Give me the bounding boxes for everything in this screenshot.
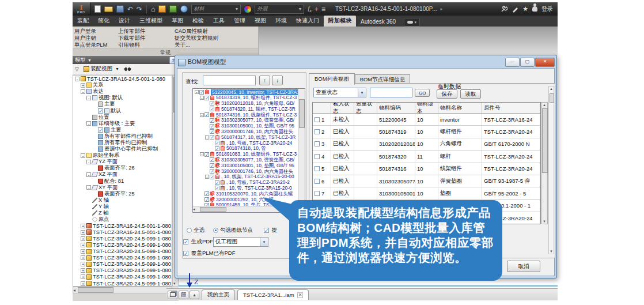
- dialog-title-bar[interactable]: BOM视图模型 — ▢ ✕: [177, 57, 555, 68]
- column-header[interactable]: 查重状态: [354, 103, 377, 113]
- checkbox-icon[interactable]: ✓: [204, 197, 209, 202]
- row-select-cell[interactable]: 3: [313, 138, 331, 150]
- model-tree-row[interactable]: Y 轴: [73, 204, 172, 210]
- expand-icon[interactable]: +: [81, 230, 85, 235]
- save-button[interactable]: 保存: [437, 89, 457, 99]
- scrollbar-thumb[interactable]: [78, 287, 113, 293]
- pencil-icon[interactable]: [512, 6, 518, 13]
- model-tree-row[interactable]: +TST-LCZ-3RA20-24.5-099-1-0801(: [73, 268, 172, 274]
- ribbon-tab-设计[interactable]: 设计: [114, 16, 135, 27]
- checkbox-generate-pdf[interactable]: ✓ 生成PDF: [183, 238, 213, 246]
- expand-icon[interactable]: +: [81, 281, 85, 286]
- collapse-icon[interactable]: -: [81, 153, 85, 158]
- dup-status-combo[interactable]: 查重状态 ▼: [313, 88, 366, 97]
- scroll-down-icon[interactable]: ▼: [549, 250, 554, 253]
- material-combo[interactable]: 材料 ▼: [191, 5, 241, 14]
- pdf-scope-combo[interactable]: 仅工程图 ▼: [213, 237, 268, 247]
- ribbon-tab-工具[interactable]: 工具: [209, 16, 229, 27]
- save-icon[interactable]: [116, 5, 124, 13]
- globe-icon[interactable]: [180, 5, 188, 13]
- expand-icon[interactable]: +: [81, 274, 85, 279]
- row-checkbox[interactable]: [315, 129, 320, 134]
- checkbox-icon[interactable]: ✓: [210, 175, 214, 179]
- scrollbar-thumb[interactable]: [200, 207, 226, 212]
- checkbox-icon[interactable]: ✓: [204, 112, 209, 117]
- cloud-menu-button[interactable]: ▾: [404, 18, 420, 27]
- ribbon-tab-简化[interactable]: 简化: [93, 16, 114, 27]
- find-prev-button[interactable]: ↑: [259, 76, 270, 85]
- collapse-icon[interactable]: -: [205, 135, 209, 140]
- expand-icon[interactable]: +: [81, 262, 85, 266]
- collapse-icon[interactable]: -: [86, 160, 91, 164]
- column-header[interactable]: 原件号: [482, 103, 540, 113]
- collapse-icon[interactable]: -: [200, 113, 204, 117]
- column-header[interactable]: 检入状态: [331, 103, 354, 113]
- collapse-icon[interactable]: -: [200, 96, 204, 100]
- undo-icon[interactable]: ↶: [127, 6, 133, 12]
- checkbox-icon[interactable]: ✓: [210, 135, 214, 140]
- favorites-star-icon[interactable]: ★: [522, 5, 528, 13]
- column-header[interactable]: 物料名称: [438, 103, 482, 113]
- model-tree-row[interactable]: +TST-LCZ-3RA20-24.5-099-1-0801(: [73, 248, 172, 255]
- find-binoculars-icon[interactable]: [124, 67, 131, 71]
- row-checkbox[interactable]: [315, 179, 320, 184]
- collapse-icon[interactable]: -: [200, 152, 204, 156]
- model-tree-row[interactable]: -详细等级 : 主要: [73, 121, 172, 127]
- browser-hscrollbar[interactable]: ◂ ▸: [73, 287, 172, 293]
- collapse-icon[interactable]: -: [86, 185, 91, 190]
- expand-icon[interactable]: +: [81, 249, 85, 254]
- model-tree-row[interactable]: 配合: 81: [73, 178, 172, 184]
- go-button[interactable]: GO: [415, 89, 430, 97]
- checkbox-icon[interactable]: ✓: [210, 129, 214, 134]
- ribbon-tab-环境[interactable]: 环境: [271, 16, 291, 27]
- row-select-cell[interactable]: 2: [313, 126, 331, 137]
- browser-header[interactable]: 模型 ▼ ?: [73, 56, 179, 64]
- open-file-icon[interactable]: [104, 6, 113, 12]
- collapse-icon[interactable]: -: [86, 172, 91, 177]
- close-button[interactable]: ✕: [535, 58, 555, 67]
- browser-view-combo[interactable]: 装配视图 ▼: [81, 64, 122, 74]
- tab-home-page[interactable]: 我的主页: [202, 289, 235, 300]
- collapse-icon[interactable]: -: [205, 175, 209, 179]
- collapse-icon[interactable]: -: [75, 77, 79, 81]
- collapse-icon[interactable]: -: [195, 90, 199, 94]
- ribbon-tab-快速入门[interactable]: 快速入门: [291, 16, 324, 27]
- tile-windows-button[interactable]: [179, 291, 188, 299]
- render-icon[interactable]: [158, 5, 166, 13]
- checkbox-icon[interactable]: ✓: [210, 163, 214, 168]
- checkbox-icon[interactable]: ✓: [98, 108, 103, 114]
- menu-item[interactable]: 引用物料: [118, 42, 171, 48]
- model-tree-row[interactable]: X 轴: [73, 197, 172, 204]
- close-tab-icon[interactable]: ✕: [297, 292, 304, 298]
- table-row[interactable]: 2已检入50187431910螺杆组件TST-LCZ-3RA20-24: [313, 126, 540, 138]
- model-tree-row[interactable]: 原点: [73, 216, 172, 223]
- scroll-up-icon[interactable]: ▲: [542, 103, 547, 107]
- model-tree-row[interactable]: 资源中心零件均已抑制: [73, 146, 172, 152]
- component-icon[interactable]: [169, 5, 177, 13]
- row-checkbox[interactable]: [315, 166, 320, 171]
- expand-taskbar-button[interactable]: ▴: [190, 291, 199, 299]
- row-checkbox[interactable]: [315, 191, 320, 196]
- scroll-down-icon[interactable]: ▾: [173, 281, 176, 286]
- pane-vscrollbar[interactable]: ▲ ▼: [548, 86, 554, 254]
- row-checkbox[interactable]: [315, 117, 320, 122]
- home-icon[interactable]: ⌂: [151, 5, 155, 13]
- user-icon[interactable]: [532, 6, 537, 12]
- model-tree-row[interactable]: +TST-LCZ-3RA20-24.5-099-1-0801(: [73, 274, 172, 280]
- find-next-button[interactable]: ↓: [272, 76, 283, 85]
- column-header[interactable]: 物料编码: [377, 103, 415, 113]
- cancel-button[interactable]: 取消: [507, 261, 540, 272]
- color-wheel-icon[interactable]: [244, 5, 252, 13]
- table-row[interactable]: 4已检入50187432011螺杆TST-LCZ-3RA20-24: [313, 150, 540, 163]
- table-row[interactable]: 6已检入31030230507710弹簧垫圈GB/T 93-1987-5 弹: [313, 175, 540, 187]
- collapse-icon[interactable]: -: [86, 96, 91, 100]
- model-tree-row[interactable]: +TST-LCZ-3RA16-24.5-001-1-0801(: [73, 223, 172, 229]
- menu-item[interactable]: 用户注销: [74, 35, 115, 42]
- menu-item[interactable]: 提交关联文档规则: [175, 35, 251, 42]
- tab-bom-list-view[interactable]: BOM列表视图: [309, 73, 355, 85]
- checkbox-extract[interactable]: ✓ 提: [264, 227, 278, 234]
- menu-item[interactable]: 上传零部件: [118, 28, 171, 35]
- minimize-button[interactable]: —: [505, 58, 520, 67]
- scroll-up-icon[interactable]: ▲: [549, 87, 554, 91]
- checkbox-icon[interactable]: ✓: [215, 180, 219, 185]
